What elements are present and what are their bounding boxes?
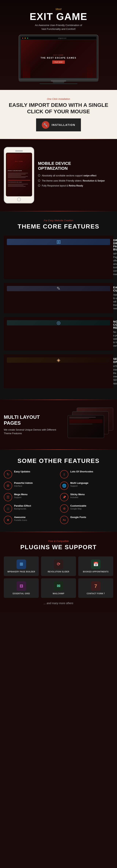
parallax-icon: ◫ <box>4 504 12 513</box>
plugins-title: PLUGINS WE SUPPORT <box>4 544 113 551</box>
core-title: THEME CORE FEATURES <box>4 223 113 230</box>
phone-mockup: Exit Game PRIVACY: ESCAPE ROOM YOUR ROOM… <box>4 147 34 204</box>
booked-icon: 📅 <box>91 559 101 569</box>
feature-thumb-seo: ◈ <box>7 358 110 363</box>
bullet-icon <box>38 180 40 182</box>
feature-text-drag: DRAG & DROP PAGE BUILDER WPBakery Page B… <box>113 239 117 276</box>
feat-card-fontello: ★ AwesomeFontello Icons <box>4 516 57 524</box>
feat-card-admin: ⚙ Powerful AdminInterface <box>4 482 57 490</box>
gmap-icon: ⊕ <box>60 504 68 513</box>
plugins-grid: ⊞ WPBAKERY PAGE BUILDER ⟳ REVOLUTION SLI… <box>4 556 113 598</box>
laptop-frame: exitgame.com EXIT GAME THE BEST ESCAPE G… <box>18 35 99 79</box>
laptop-screen-text: THE BEST ESCAPE GAMES <box>41 57 76 59</box>
seo-icon: ◈ <box>57 358 60 363</box>
googlefonts-info: Google Fonts <box>70 516 86 519</box>
page-card-3 <box>68 415 104 438</box>
plugins-more-label: ... and many more others <box>4 602 113 605</box>
phone-line <box>8 186 26 187</box>
feature-thumb-drag: ⊞ <box>7 239 110 245</box>
install-btn-label: INSTALLATION <box>52 123 75 126</box>
feature-thumb-customize: ✎ <box>7 286 110 291</box>
plugin-card-mailchimp: ✉ MAILCHIMP <box>41 578 76 598</box>
phone-home-button <box>17 197 21 201</box>
phone-notch <box>15 150 23 152</box>
install-title: EASILY IMPORT DEMO WITH A SINGLE CLICK O… <box>4 102 113 115</box>
wpbakery-icon: ⊞ <box>16 559 26 569</box>
plugins-section: Free & Compatible PLUGINS WE SUPPORT ⊞ W… <box>0 532 117 612</box>
hero-meet-label: Meet <box>4 8 113 11</box>
phone-screen-lines-2 <box>7 183 31 188</box>
mailchimp-icon: ✉ <box>54 581 63 591</box>
laptop-mockup: exitgame.com EXIT GAME THE BEST ESCAPE G… <box>18 35 99 84</box>
laptop-base <box>18 79 99 82</box>
feat-card-googlefonts: Aa Google Fonts <box>60 516 113 524</box>
phone-frame: Exit Game PRIVACY: ESCAPE ROOM YOUR ROOM… <box>4 147 34 204</box>
googlefonts-icon: Aa <box>60 516 68 524</box>
laptop-foot <box>40 83 77 84</box>
feat-card-updates: ↻ Easy Updates <box>4 470 57 478</box>
wpbakery-label: WPBAKERY PAGE BUILDER <box>7 570 35 573</box>
feature-text-coding: NO CODING REQUIRED No need to be a profe… <box>113 320 117 347</box>
multilang-info: Multi LanguageSupport <box>70 482 88 488</box>
install-button[interactable]: 🔧 INSTALLATION <box>36 118 81 131</box>
list-item: Absolutely all scrollable sections suppo… <box>38 174 113 177</box>
mobile-section: Exit Game PRIVACY: ESCAPE ROOM YOUR ROOM… <box>0 140 117 211</box>
feat-card-parallax: ◫ Parallax EffectBackgrounds <box>4 504 57 513</box>
megamenu-icon: ☰ <box>4 493 12 501</box>
hero-subtitle: An Awesome User-Friendly Combination ofV… <box>4 23 113 31</box>
updates-icon: ↻ <box>4 470 12 478</box>
phone-line <box>8 185 24 186</box>
laptop-stand <box>53 82 64 83</box>
install-section: One Click Installation EASILY IMPORT DEM… <box>0 90 117 139</box>
multi-title: MULTI LAYOUT PAGES <box>4 414 64 426</box>
cf7-icon: 7 <box>91 581 101 591</box>
drag-icon: ⊞ <box>56 239 61 245</box>
install-icon: 🔧 <box>42 121 49 129</box>
plugin-card-booked: 📅 BOOKED APPOINTMENTS <box>78 556 113 576</box>
hero-section: Meet EXIT GAME An Awesome User-Friendly … <box>0 0 117 90</box>
cf7-label: CONTACT FORM 7 <box>87 592 105 595</box>
multi-text: MULTI LAYOUT PAGES We create Several Uni… <box>4 414 64 435</box>
essential-icon: ⊟ <box>16 581 26 591</box>
feature-text-customize: EASY TO CUSTOMIZE Awesome easy-to-use op… <box>113 286 117 310</box>
feature-item-seo: ◈ SEO OPTIMIZED HTML code integrated int… <box>4 354 113 388</box>
features-grid: ↻ Easy Updates {} Lots of Shortcodes ⚙ P… <box>4 470 113 524</box>
phone-line <box>8 176 28 177</box>
admin-icon: ⚙ <box>4 482 12 490</box>
feature-text-seo: SEO OPTIMIZED HTML code integrated into … <box>113 358 117 385</box>
phone-screen-content: Exit Game PRIVACY: ESCAPE ROOM YOUR ROOM… <box>6 153 32 189</box>
feature-item-drag: ⊞ DRAG & DROP PAGE BUILDER WPBakery Page… <box>4 236 113 279</box>
feat-card-multilang: 🌐 Multi LanguageSupport <box>60 482 113 490</box>
fontello-icon: ★ <box>4 516 12 524</box>
phone-screen: Exit Game PRIVACY: ESCAPE ROOM YOUR ROOM… <box>6 153 32 196</box>
phone-line <box>8 173 28 174</box>
mailchimp-label: MAILCHIMP <box>52 592 64 595</box>
multi-content: MULTI LAYOUT PAGES We create Several Uni… <box>4 408 113 442</box>
multi-image <box>68 408 113 442</box>
other-features-title: SOME OTHER FEATURES <box>4 457 113 464</box>
laptop-screen: EXIT GAME THE BEST ESCAPE GAMES Play Now <box>21 40 96 78</box>
other-features-section: SOME OTHER FEATURES ↻ Easy Updates {} Lo… <box>0 450 117 532</box>
bullet-icon <box>38 184 40 187</box>
multi-desc: We create Several Unique Demos with Diff… <box>4 428 64 435</box>
hero-title: EXIT GAME <box>4 11 113 22</box>
phone-screen-lines <box>7 172 31 179</box>
phone-line <box>8 184 28 184</box>
revolution-icon: ⟳ <box>54 559 63 569</box>
feat-card-gmap: ⊕ CustomizableGoogle Map <box>60 504 113 513</box>
gmap-info: CustomizableGoogle Map <box>70 504 86 510</box>
shortcodes-icon: {} <box>60 470 68 478</box>
fontello-info: AwesomeFontello Icons <box>14 516 27 522</box>
phone-screen-img: Exit Game <box>7 154 31 169</box>
feature-thumb-coding: ◎ <box>7 320 110 326</box>
parallax-info: Parallax EffectBackgrounds <box>14 504 31 510</box>
phone-line <box>8 177 26 178</box>
customize-icon: ✎ <box>56 286 61 291</box>
list-item: Fully Responsive layout & Retina Ready <box>38 184 113 187</box>
pages-stack <box>68 408 113 442</box>
shortcodes-info: Lots of Shortcodes <box>70 470 93 473</box>
feat-card-megamenu: ☰ Mega MenuSupport <box>4 493 57 501</box>
multilang-icon: 🌐 <box>60 482 68 490</box>
revolution-label: REVOLUTION SLIDER <box>48 570 69 573</box>
plugin-card-essential: ⊟ ESSENTIAL GRID <box>4 578 39 598</box>
